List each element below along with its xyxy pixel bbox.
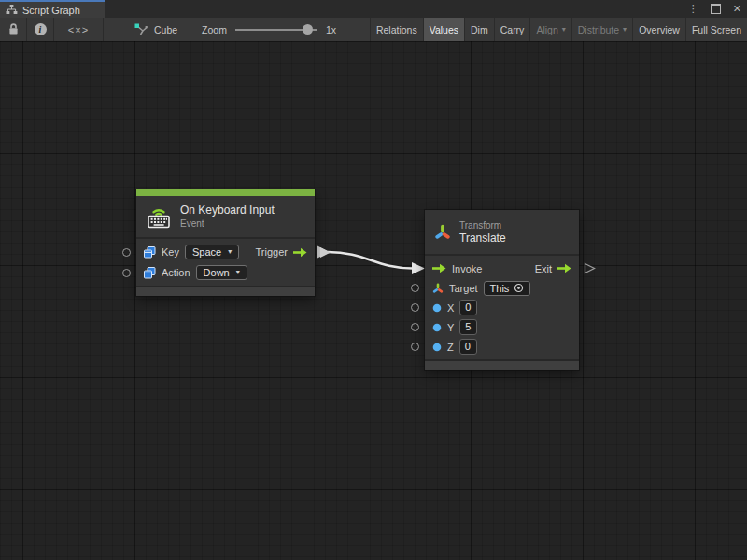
z-value-field[interactable]: 0	[459, 339, 477, 355]
node-footer	[425, 361, 579, 370]
graph-toolbar: i <×> Cube Zoom 1x Relations Values Dim …	[0, 18, 747, 41]
maximize-icon[interactable]	[711, 4, 721, 14]
action-dropdown[interactable]: Down ▾	[196, 265, 247, 280]
graph-target[interactable]: Cube	[104, 18, 177, 41]
values-button[interactable]: Values	[423, 18, 464, 41]
node-header[interactable]: On Keyboard Input Event	[136, 196, 315, 237]
toolbar-spacer	[336, 18, 370, 41]
port-row-x: X 0	[425, 298, 579, 317]
port-row-target: Target This	[425, 278, 579, 298]
transform-gizmo-icon	[434, 224, 451, 240]
distribute-button[interactable]: Distribute▾	[571, 18, 632, 41]
info-icon: i	[35, 23, 47, 35]
key-dropdown[interactable]: Space ▾	[185, 245, 239, 259]
node-translate[interactable]: Transform Translate Invoke Exit	[425, 210, 579, 370]
port-row-y: Y 5	[425, 317, 579, 337]
node-body: Key Space ▾ Trigger	[136, 239, 315, 286]
close-icon[interactable]: ✕	[733, 4, 741, 14]
port-row-invoke: Invoke Exit	[425, 259, 579, 278]
chevron-down-icon: ▾	[228, 248, 232, 256]
node-subtitle: Event	[180, 217, 275, 230]
keyboard-icon	[146, 205, 172, 229]
graph-canvas[interactable]: On Keyboard Input Event Key Space	[0, 41, 747, 560]
exit-output-port[interactable]	[584, 262, 596, 274]
lock-icon	[8, 23, 19, 35]
port-label-z: Z	[447, 342, 454, 353]
node-header[interactable]: Transform Translate	[425, 210, 579, 254]
action-input-port[interactable]	[122, 269, 131, 277]
trigger-output-port[interactable]	[319, 246, 331, 259]
lock-button[interactable]	[0, 18, 27, 41]
x-input-port[interactable]	[411, 303, 419, 312]
y-input-port[interactable]	[411, 323, 419, 331]
node-titles: On Keyboard Input Event	[180, 203, 275, 230]
tab-bar: Script Graph ⋮ ✕	[0, 0, 747, 18]
value-dot-icon	[432, 303, 442, 313]
overview-button[interactable]: Overview	[632, 18, 685, 41]
event-accent-bar	[136, 189, 315, 196]
value-dot-icon	[432, 323, 442, 332]
port-row-action: Action Down ▾	[136, 262, 315, 283]
code-icon: <×>	[68, 24, 89, 35]
object-picker-icon[interactable]	[514, 283, 524, 293]
zoom-control: Zoom 1x	[202, 18, 336, 41]
flow-arrow-icon	[432, 263, 446, 273]
align-button[interactable]: Align▾	[529, 18, 571, 41]
enum-value-icon	[144, 246, 156, 259]
key-input-port[interactable]	[122, 248, 131, 257]
port-label-action: Action	[162, 267, 190, 278]
tab-title: Script Graph	[22, 5, 80, 16]
zoom-slider[interactable]	[235, 18, 317, 41]
node-title: On Keyboard Input	[180, 203, 275, 217]
node-title: Translate	[459, 231, 506, 245]
flow-arrow-icon	[293, 247, 307, 258]
x-value-field[interactable]: 0	[459, 300, 477, 315]
y-value-field[interactable]: 5	[459, 319, 477, 335]
target-object-field[interactable]: This	[484, 281, 531, 296]
port-label-y: Y	[447, 322, 454, 333]
connection-trigger-to-invoke	[0, 41, 747, 560]
value-dot-icon	[432, 343, 442, 352]
relations-button[interactable]: Relations	[370, 18, 423, 41]
dim-button[interactable]: Dim	[464, 18, 494, 41]
target-label: Cube	[154, 24, 177, 35]
port-label-trigger: Trigger	[256, 246, 288, 258]
window-menu-icon[interactable]: ⋮	[688, 4, 698, 14]
port-row-key: Key Space ▾ Trigger	[136, 242, 315, 262]
port-label-invoke: Invoke	[452, 263, 482, 274]
connection-arrowhead-icon	[412, 262, 425, 274]
zoom-label: Zoom	[202, 24, 227, 35]
chevron-down-icon: ▾	[236, 269, 240, 276]
carry-button[interactable]: Carry	[494, 18, 530, 41]
port-label-target: Target	[449, 283, 478, 294]
transform-gizmo-icon	[432, 283, 444, 294]
tab-script-graph[interactable]: Script Graph	[0, 0, 105, 18]
zoom-slider-handle[interactable]	[303, 24, 313, 35]
enum-value-icon	[144, 267, 156, 279]
edit-graph-button[interactable]: <×>	[54, 18, 104, 41]
chevron-down-icon: ▾	[562, 26, 566, 34]
full-screen-button[interactable]: Full Screen	[685, 18, 747, 41]
port-label-key: Key	[162, 246, 179, 258]
port-label-x: X	[447, 302, 454, 314]
node-category: Transform	[459, 219, 506, 231]
info-button[interactable]: i	[27, 18, 54, 41]
port-row-z: Z 0	[425, 337, 579, 357]
chevron-down-icon: ▾	[623, 26, 627, 34]
script-graph-window: Script Graph ⋮ ✕ i <×> Cube	[0, 0, 747, 560]
node-body: Invoke Exit	[425, 256, 579, 359]
window-controls: ⋮ ✕	[688, 0, 741, 18]
graph-pointer-icon	[134, 23, 148, 35]
node-on-keyboard-input[interactable]: On Keyboard Input Event Key Space	[136, 189, 315, 296]
graph-icon	[6, 5, 18, 15]
z-input-port[interactable]	[411, 343, 419, 351]
node-titles: Transform Translate	[459, 219, 506, 245]
port-label-exit: Exit	[535, 263, 552, 274]
target-input-port[interactable]	[411, 284, 419, 292]
flow-arrow-icon	[557, 263, 571, 273]
zoom-value: 1x	[326, 24, 336, 35]
node-footer	[136, 287, 315, 296]
